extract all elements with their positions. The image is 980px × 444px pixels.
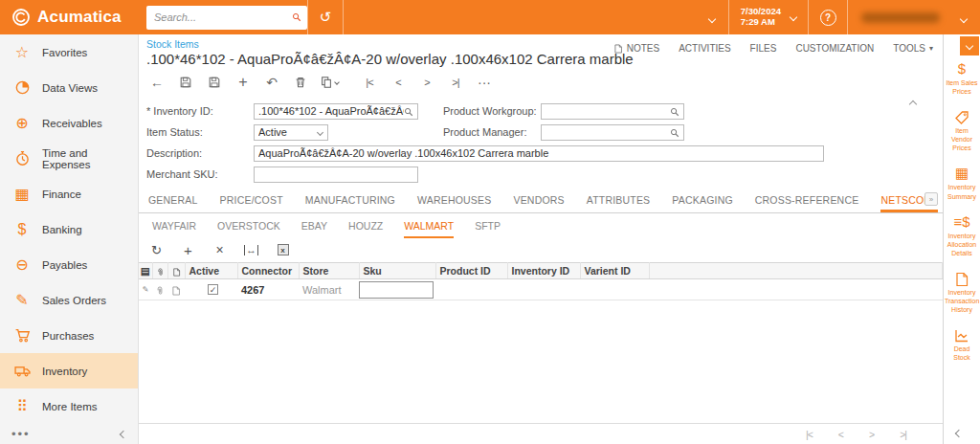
attachment-column-header[interactable] bbox=[152, 263, 167, 279]
cell-product-id[interactable] bbox=[435, 279, 507, 300]
global-search[interactable] bbox=[146, 6, 307, 30]
tab-packaging[interactable]: PACKAGING bbox=[672, 188, 732, 212]
more-actions-button[interactable]: ··· bbox=[470, 75, 499, 90]
previous-record-button[interactable]: < bbox=[384, 77, 412, 88]
subtab-sftp[interactable]: SFTP bbox=[475, 214, 501, 238]
tab-manufacturing[interactable]: MANUFACTURING bbox=[305, 188, 395, 212]
tab-list-button[interactable]: » bbox=[924, 192, 938, 206]
cell-sku[interactable] bbox=[359, 279, 435, 300]
column-header-inventory-id[interactable]: Inventory ID bbox=[507, 263, 580, 279]
export-to-excel-button[interactable]: x bbox=[267, 244, 299, 255]
next-record-button[interactable]: > bbox=[412, 77, 441, 88]
tools-button[interactable]: TOOLS▾ bbox=[893, 43, 933, 54]
tenant-menu-button[interactable] bbox=[696, 9, 728, 26]
lookup-icon[interactable] bbox=[670, 107, 679, 117]
row-note-cell[interactable] bbox=[167, 279, 185, 300]
panel-scroll-button[interactable] bbox=[960, 36, 979, 56]
undo-button[interactable]: ↶ bbox=[257, 75, 286, 90]
cell-inventory-id[interactable] bbox=[507, 279, 580, 300]
table-row[interactable]: ✎ ✓ 4267 Walmart bbox=[139, 279, 943, 300]
subtab-overstock[interactable]: OVERSTOCK bbox=[217, 214, 280, 238]
inventory-id-field[interactable]: .100*46*102 - AquaProÃ¢â€žÂ¢A-20 w/overl… bbox=[254, 103, 418, 120]
item-status-select[interactable]: Active bbox=[254, 124, 328, 141]
sidebar-item-inventory[interactable]: Inventory bbox=[0, 353, 138, 388]
user-menu-button[interactable] bbox=[947, 9, 980, 26]
panel-collapse-button[interactable] bbox=[955, 430, 963, 437]
delete-button[interactable] bbox=[286, 76, 315, 89]
activities-button[interactable]: ACTIVITIES bbox=[679, 43, 730, 54]
save-button[interactable] bbox=[200, 76, 229, 89]
side-link-inventory-allocation-details[interactable]: ≡$ Inventory Allocation Details bbox=[944, 213, 980, 257]
notes-column-header[interactable] bbox=[167, 263, 185, 279]
notes-button[interactable]: NOTES bbox=[613, 43, 659, 54]
tab-warehouses[interactable]: WAREHOUSES bbox=[417, 188, 491, 212]
side-link-inventory-transaction-history[interactable]: Inventory Transaction History bbox=[944, 270, 980, 314]
sidebar-collapse-button[interactable] bbox=[120, 431, 127, 438]
back-button[interactable]: ← bbox=[143, 75, 171, 90]
refresh-button[interactable]: ↻ bbox=[141, 243, 172, 257]
subtab-houzz[interactable]: HOUZZ bbox=[348, 214, 383, 238]
search-icon[interactable] bbox=[292, 12, 301, 22]
time-card-icon[interactable]: ↺ bbox=[308, 9, 343, 26]
sidebar-item-purchases[interactable]: Purchases bbox=[0, 318, 138, 353]
delete-row-button[interactable]: × bbox=[204, 242, 235, 257]
more-options-button[interactable]: ••• bbox=[11, 431, 31, 438]
cell-store[interactable]: Walmart bbox=[299, 279, 359, 300]
form-collapse-button[interactable] bbox=[909, 100, 917, 108]
cell-active[interactable]: ✓ bbox=[185, 279, 237, 300]
help-button[interactable]: ? bbox=[809, 10, 847, 26]
active-checkbox[interactable]: ✓ bbox=[208, 284, 218, 295]
side-link-item-vendor-prices[interactable]: Item Vendor Prices bbox=[944, 108, 980, 152]
acumatica-brand[interactable]: Acumatica bbox=[0, 8, 139, 27]
sku-input-cell[interactable] bbox=[359, 281, 434, 299]
sidebar-item-more-items[interactable]: ⠿More Items bbox=[0, 388, 138, 424]
first-page-button[interactable]: |< bbox=[806, 429, 813, 440]
sidebar-item-time-and-expenses[interactable]: Time and Expenses bbox=[0, 141, 138, 176]
column-header-active[interactable]: Active bbox=[185, 263, 237, 279]
save-and-close-button[interactable] bbox=[171, 76, 200, 89]
product-workgroup-field[interactable] bbox=[541, 103, 684, 120]
description-field[interactable]: AquaProÃ¢â€žÂ¢A-20 w/overlay .100x46x102… bbox=[254, 145, 824, 162]
add-row-button[interactable]: + bbox=[172, 242, 204, 258]
next-page-button[interactable]: > bbox=[869, 429, 874, 440]
column-header-sku[interactable]: Sku bbox=[359, 263, 435, 279]
sidebar-item-payables[interactable]: ⊖Payables bbox=[0, 247, 138, 282]
first-record-button[interactable]: |< bbox=[355, 77, 384, 88]
row-attachment-cell[interactable] bbox=[152, 279, 167, 300]
sidebar-item-data-views[interactable]: Data Views bbox=[0, 70, 138, 105]
tab-attributes[interactable]: ATTRIBUTES bbox=[587, 188, 651, 212]
business-date-button[interactable]: 7/30/2024 7:29 AM bbox=[729, 7, 808, 28]
add-new-record-button[interactable]: + bbox=[229, 74, 257, 91]
sidebar-item-favorites[interactable]: ☆Favorites bbox=[0, 34, 138, 70]
cell-varient-id[interactable] bbox=[580, 279, 649, 300]
sidebar-item-receivables[interactable]: ⊕Receivables bbox=[0, 105, 138, 141]
product-manager-field[interactable] bbox=[541, 124, 684, 141]
column-header-product-id[interactable]: Product ID bbox=[435, 263, 507, 279]
sidebar-item-sales-orders[interactable]: ✎Sales Orders bbox=[0, 282, 138, 318]
cell-connector[interactable]: 4267 bbox=[237, 279, 299, 300]
subtab-wayfair[interactable]: WAYFAIR bbox=[152, 214, 196, 238]
column-header-store[interactable]: Store bbox=[299, 263, 359, 279]
tab-vendors[interactable]: VENDORS bbox=[513, 188, 564, 212]
side-link-item-sales-prices[interactable]: $ Item Sales Prices bbox=[944, 60, 980, 96]
last-page-button[interactable]: >| bbox=[900, 429, 906, 440]
files-button[interactable]: FILES bbox=[750, 43, 777, 54]
column-header-varient-id[interactable]: Varient ID bbox=[580, 263, 649, 279]
lookup-icon[interactable] bbox=[404, 107, 413, 117]
customization-button[interactable]: CUSTOMIZATION bbox=[795, 43, 874, 54]
sidebar-item-banking[interactable]: $Banking bbox=[0, 211, 138, 247]
tab-price-cost[interactable]: PRICE/COST bbox=[220, 188, 283, 212]
clipboard-menu-button[interactable] bbox=[315, 76, 344, 89]
last-record-button[interactable]: >| bbox=[441, 77, 470, 88]
lookup-icon[interactable] bbox=[670, 128, 679, 138]
fit-to-screen-button[interactable]: ↔ bbox=[235, 245, 267, 255]
subtab-ebay[interactable]: EBAY bbox=[301, 214, 327, 238]
search-input[interactable] bbox=[152, 11, 292, 24]
sidebar-item-finance[interactable]: ▦Finance bbox=[0, 176, 138, 211]
merchant-sku-field[interactable] bbox=[254, 166, 418, 183]
previous-page-button[interactable]: < bbox=[838, 429, 843, 440]
breadcrumb[interactable]: Stock Items bbox=[146, 38, 199, 50]
side-link-inventory-summary[interactable]: ▦ Inventory Summary bbox=[944, 165, 980, 200]
tab-cross-reference[interactable]: CROSS-REFERENCE bbox=[755, 188, 859, 212]
row-settings-column-icon[interactable]: ▤ bbox=[139, 263, 152, 279]
